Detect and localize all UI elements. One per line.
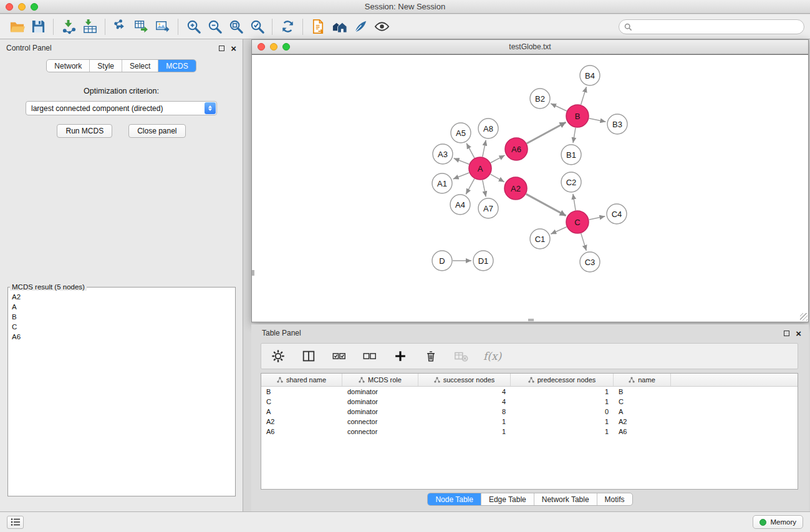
tab-node-table[interactable]: Node Table (428, 493, 481, 505)
home-button[interactable] (329, 17, 350, 37)
open-document-button[interactable] (307, 17, 329, 37)
tab-motifs[interactable]: Motifs (597, 493, 632, 505)
optimization-criterion-select[interactable]: largest connected component (directed) (26, 101, 217, 115)
mcds-result-item[interactable]: B (12, 312, 231, 322)
graph-edge-A2-C[interactable] (526, 194, 566, 216)
zoom-fit-button[interactable] (225, 17, 246, 37)
search-input[interactable] (635, 22, 799, 31)
graph-edge-A-A8[interactable] (483, 140, 486, 157)
close-panel-button[interactable]: Close panel (128, 124, 185, 138)
graph-edge-A-A6[interactable] (491, 155, 505, 163)
import-network-button[interactable] (58, 17, 79, 37)
graph-node-B3[interactable]: B3 (607, 114, 627, 134)
draw-button[interactable] (350, 17, 371, 37)
graph-node-C2[interactable]: C2 (561, 172, 581, 192)
resize-tick[interactable] (252, 270, 254, 276)
show-hide-button[interactable] (371, 17, 392, 37)
graph-node-A6[interactable]: A6 (505, 138, 528, 160)
graph-node-A4[interactable]: A4 (450, 195, 470, 215)
save-session-button[interactable] (27, 17, 49, 37)
memory-button[interactable]: Memory (753, 515, 803, 529)
graph-node-A7[interactable]: A7 (478, 198, 498, 218)
select-all-button[interactable] (330, 347, 348, 365)
function-builder-button[interactable]: f(x) (483, 350, 501, 362)
graph-node-B1[interactable]: B1 (561, 145, 581, 165)
graph-node-C4[interactable]: C4 (607, 204, 627, 224)
graph-edge-A-A7[interactable] (483, 180, 486, 197)
export-table-button[interactable] (131, 17, 152, 37)
graph-node-A1[interactable]: A1 (432, 173, 452, 193)
mcds-result-item[interactable]: A6 (12, 332, 231, 342)
network-canvas[interactable]: A5A8A3A1A4A7AA6A2BB2B4B3B1CC2C4C1C3DD1 (252, 54, 808, 321)
tab-style[interactable]: Style (89, 60, 122, 72)
graph-node-A[interactable]: A (469, 157, 491, 180)
tab-network[interactable]: Network (47, 60, 89, 72)
table-row[interactable]: A6connector11A6 (261, 427, 798, 437)
graph-edge-A-A2[interactable] (491, 174, 504, 181)
table-row[interactable]: Bdominator41B (261, 387, 798, 397)
export-network-button[interactable] (110, 17, 131, 37)
graph-node-A8[interactable]: A8 (478, 118, 498, 138)
run-mcds-button[interactable]: Run MCDS (57, 124, 112, 138)
zoom-in-button[interactable] (183, 17, 204, 37)
column-header-MCDS-role[interactable]: MCDS role (342, 374, 418, 386)
network-graph[interactable]: A5A8A3A1A4A7AA6A2BB2B4B3B1CC2C4C1C3DD1 (252, 55, 808, 321)
close-network-window-button[interactable] (258, 43, 265, 51)
graph-edge-C-C2[interactable] (573, 194, 576, 210)
table-settings-button[interactable] (269, 347, 287, 365)
column-header-successor-nodes[interactable]: successor nodes (418, 374, 511, 386)
task-history-button[interactable] (7, 516, 24, 529)
minimize-window-button[interactable] (18, 3, 26, 11)
add-row-button[interactable] (392, 347, 409, 365)
resize-tick[interactable] (528, 319, 534, 321)
column-header-predecessor-nodes[interactable]: predecessor nodes (511, 374, 614, 386)
delete-button[interactable] (422, 347, 440, 365)
graph-node-B2[interactable]: B2 (530, 89, 550, 109)
graph-edge-C-C3[interactable] (581, 233, 587, 251)
deselect-all-button[interactable] (361, 347, 378, 365)
float-table-panel-icon[interactable] (784, 331, 789, 336)
close-panel-icon[interactable]: × (231, 44, 236, 53)
minimize-network-window-button[interactable] (270, 43, 277, 51)
mcds-result-item[interactable]: C (12, 322, 231, 332)
show-columns-button[interactable] (300, 347, 317, 365)
graph-node-C1[interactable]: C1 (530, 229, 550, 249)
graph-node-B[interactable]: B (566, 105, 589, 127)
mcds-result-item[interactable]: A (12, 302, 231, 312)
table-row[interactable]: Cdominator41C (261, 397, 798, 407)
zoom-selected-button[interactable] (246, 17, 268, 37)
table-row[interactable]: Adominator80A (261, 407, 798, 417)
graph-edge-A6-B[interactable] (527, 122, 566, 143)
graph-edge-C-C4[interactable] (589, 216, 605, 220)
graph-node-A2[interactable]: A2 (504, 177, 527, 200)
graph-node-C[interactable]: C (566, 211, 589, 233)
graph-edge-B-B4[interactable] (581, 87, 587, 105)
close-window-button[interactable] (6, 3, 13, 11)
resize-grip[interactable] (800, 313, 808, 321)
tab-select[interactable]: Select (122, 60, 158, 72)
fullscreen-window-button[interactable] (31, 3, 38, 11)
graph-edge-A-A5[interactable] (466, 143, 475, 158)
graph-node-B4[interactable]: B4 (580, 65, 600, 85)
graph-node-D1[interactable]: D1 (473, 251, 493, 271)
tab-mcds[interactable]: MCDS (158, 60, 195, 72)
graph-edge-B-B2[interactable] (551, 104, 567, 111)
column-header-shared-name[interactable]: shared name (261, 374, 342, 386)
search-box[interactable] (619, 19, 804, 34)
import-table-button[interactable] (79, 17, 100, 37)
graph-node-A3[interactable]: A3 (433, 144, 453, 164)
graph-node-C3[interactable]: C3 (580, 252, 600, 272)
graph-edge-C-C1[interactable] (551, 227, 566, 234)
tab-edge-table[interactable]: Edge Table (481, 493, 534, 505)
graph-edge-A-A3[interactable] (454, 158, 470, 164)
open-file-button[interactable] (6, 17, 27, 37)
graph-edge-B-B3[interactable] (589, 118, 606, 122)
table-row[interactable]: A2connector11A2 (261, 417, 798, 427)
tab-network-table[interactable]: Network Table (534, 493, 597, 505)
mcds-result-item[interactable]: A2 (12, 292, 231, 302)
graph-edge-A-A1[interactable] (453, 173, 470, 179)
float-panel-icon[interactable] (219, 46, 224, 51)
graph-edge-A-A4[interactable] (466, 179, 475, 195)
column-header-name[interactable]: name (614, 374, 671, 386)
export-image-button[interactable] (152, 17, 173, 37)
